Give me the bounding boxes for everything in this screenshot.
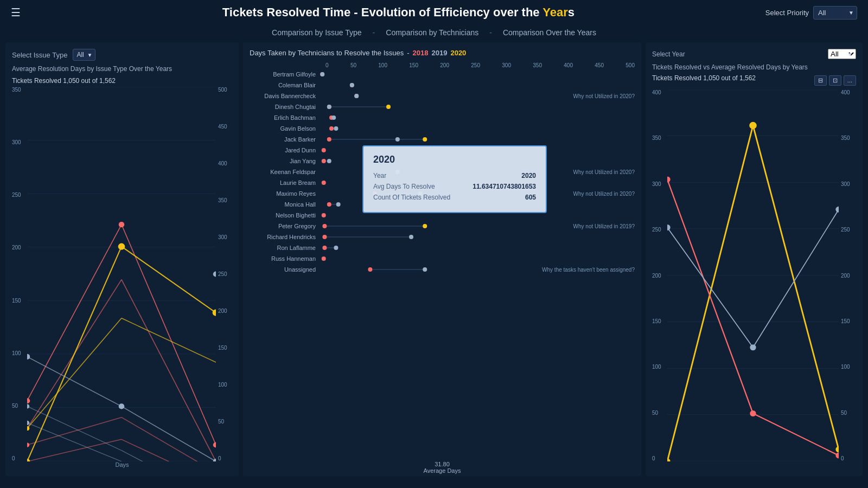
technician-row: Coleman Blair (250, 81, 635, 89)
y-left-150: 150 (12, 298, 25, 304)
more-button[interactable]: ... (844, 75, 856, 86)
technician-name: Coleman Blair (250, 82, 320, 88)
svg-point-99 (667, 458, 671, 461)
r-yr-0: 0 (841, 455, 856, 461)
x-500: 500 (626, 62, 635, 68)
avg-days-footer: 31.80 Average Days (250, 461, 635, 474)
technician-bar-area (320, 136, 635, 143)
tech-bar-svg (320, 244, 548, 252)
technician-bar-area: Why the tasks haven't been assigned? (320, 266, 635, 273)
svg-point-89 (423, 267, 427, 272)
nav-sep-2: - (489, 28, 492, 37)
issue-type-select-wrapper[interactable]: All (73, 49, 95, 61)
x-350: 350 (533, 62, 542, 68)
svg-point-29 (27, 354, 30, 359)
tooltip-count-row: Count Of Tickets Resolved 605 (373, 194, 536, 201)
svg-point-82 (409, 235, 413, 239)
y-right-50: 50 (218, 419, 232, 425)
header: ☰ Tickets Resolved Time - Evolution of E… (0, 0, 868, 25)
technician-name: Nelson Bighetti (250, 212, 320, 219)
svg-point-103 (750, 410, 756, 416)
technician-row: Dinesh Chugtai (250, 103, 635, 111)
technician-row: Bertram Gilfoyle (250, 70, 635, 78)
svg-point-63 (423, 137, 427, 142)
svg-point-81 (322, 235, 327, 239)
priority-select-wrapper[interactable]: All High Medium Low (813, 6, 857, 20)
svg-point-88 (368, 267, 372, 272)
menu-icon[interactable]: ☰ (11, 6, 21, 19)
middle-title: Days Taken by Technicians to Resolve the… (250, 49, 404, 57)
svg-point-35 (119, 222, 125, 227)
technician-name: Ron Laflamme (250, 245, 320, 251)
svg-point-106 (750, 344, 756, 350)
svg-line-19 (122, 318, 216, 362)
tooltip-year-row: Year 2020 (373, 172, 536, 179)
right-panel-header: Select Year All 2018 2019 2020 (652, 49, 856, 59)
y-left-300: 300 (12, 139, 25, 145)
r-yr-250: 250 (841, 227, 856, 233)
svg-line-23 (122, 451, 216, 461)
svg-line-17 (122, 247, 216, 313)
x-250: 250 (471, 62, 480, 68)
svg-point-76 (322, 213, 326, 217)
technician-name: Erlich Bachman (250, 114, 320, 121)
tooltip-avg-row: Avg Days To Resolve 11.634710743801653 (373, 183, 536, 190)
export-button[interactable]: ⊡ (829, 75, 841, 86)
year-2019-badge: 2019 (432, 49, 448, 57)
x-300: 300 (502, 62, 511, 68)
technician-row: Jack Barker (250, 136, 635, 143)
tab-technicians[interactable]: Comparison by Technicians (386, 28, 478, 37)
right-panel: Select Year All 2018 2019 2020 Tickets R… (646, 42, 863, 476)
tooltip-count-label: Count Of Tickets Resolved (373, 194, 450, 201)
right-year-label: Select Year (652, 50, 685, 58)
svg-point-100 (749, 122, 757, 129)
tooltip-avg-label: Avg Days To Resolve (373, 183, 435, 190)
right-stat-row: Tickets Resolved 1,050 out of 1,562 ⊟ ⊡ … (652, 74, 856, 86)
right-y-right: 400 350 300 250 200 150 100 50 0 (839, 89, 856, 461)
svg-line-18 (27, 318, 122, 428)
left-chart-svg (27, 87, 216, 461)
technician-name: Maximo Reyes (250, 190, 320, 197)
tech-bar-svg (320, 136, 548, 143)
technician-bar-area (320, 114, 635, 121)
svg-point-74 (327, 202, 331, 207)
issue-type-select[interactable]: All (73, 49, 95, 61)
svg-line-12 (27, 418, 122, 445)
x-450: 450 (595, 62, 604, 68)
y-left-250: 250 (12, 192, 25, 198)
tech-bar-svg (320, 266, 548, 273)
svg-point-102 (667, 176, 671, 182)
tab-years[interactable]: Comparison Over the Years (503, 28, 596, 37)
r-y-400: 400 (652, 89, 667, 95)
tech-note: Why not Utilized in 2020? (573, 191, 635, 197)
svg-line-8 (27, 224, 122, 401)
r-y-250: 250 (652, 227, 667, 233)
y-left-100: 100 (12, 350, 25, 356)
middle-dash: - (407, 49, 409, 57)
technician-row: Davis BannercheckWhy not Utilized in 202… (250, 92, 635, 100)
svg-point-49 (354, 94, 359, 98)
title-main: Tickets Resolved Time (222, 5, 350, 19)
technician-bar-area (320, 70, 635, 78)
priority-select[interactable]: All High Medium Low (813, 6, 857, 20)
x-50: 50 (350, 62, 356, 68)
avg-days-label: Average Days (424, 467, 461, 474)
left-panel-control: Select Issue Type All (12, 49, 232, 61)
tab-issue-type[interactable]: Comparison by Issue Type (272, 28, 362, 37)
title-end: s (568, 5, 575, 19)
nav-sep-1: - (373, 28, 375, 37)
year-2018-badge: 2018 (413, 49, 429, 57)
right-stat: Tickets Resolved 1,050 out of 1,562 (652, 74, 756, 82)
tooltip-year-label: Year (373, 172, 386, 179)
filter-button[interactable]: ⊟ (814, 75, 827, 86)
right-year-select[interactable]: All 2018 2019 2020 (828, 49, 856, 59)
svg-point-56 (331, 115, 336, 120)
right-year-select-wrapper[interactable]: All 2018 2019 2020 (828, 49, 856, 59)
svg-point-52 (327, 105, 331, 109)
technician-name: Russ Hanneman (250, 255, 320, 262)
priority-selector: Select Priority All High Medium Low (765, 6, 857, 20)
x-axis-scale: 0 50 100 150 200 250 300 350 400 450 500 (250, 62, 635, 70)
svg-point-34 (118, 243, 125, 250)
technician-name: Peter Gregory (250, 223, 320, 229)
svg-point-32 (27, 459, 30, 461)
